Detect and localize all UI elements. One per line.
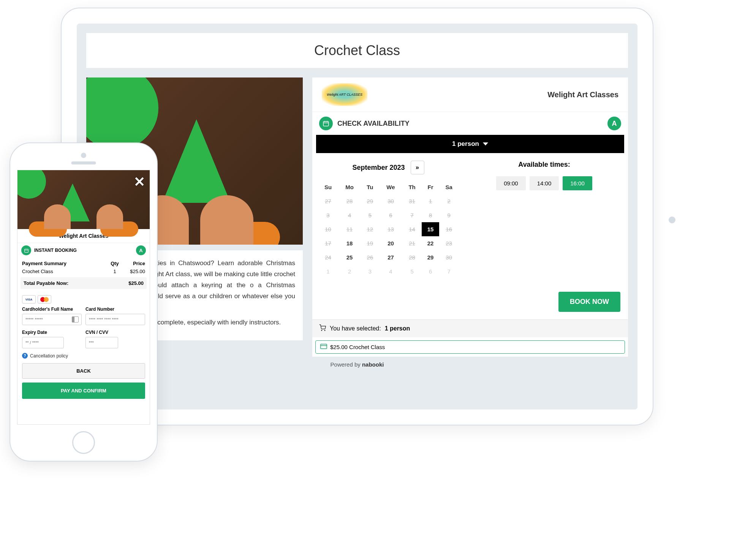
chevron-down-icon [483,142,488,145]
calendar-weekday: Tu [361,180,379,194]
svg-rect-0 [323,122,329,126]
cvv-label: CVN / CVV [85,330,145,335]
svg-rect-6 [321,344,327,349]
calendar-day: 12 [361,222,379,236]
close-icon[interactable]: ✕ [134,174,145,190]
calendar-weekday: Fr [422,180,439,194]
calendar-day: 28 [338,194,361,208]
svg-point-4 [321,330,322,331]
vendor-name: Welight Art Classes [547,90,618,99]
calendar-day[interactable]: 15 [422,222,439,236]
calendar-day: 2 [338,264,361,278]
time-slot[interactable]: 14:00 [530,176,559,190]
calendar-day: 10 [318,222,338,236]
calendar-day: 6 [379,208,403,222]
calendar-day[interactable]: 18 [338,236,361,250]
calendar-day: 1 [422,194,439,208]
card-number-label: Card Number [85,307,145,312]
total-row: Total Payable Now: $25.00 [21,277,147,289]
tablet-home-button[interactable] [669,217,675,223]
vendor-logo: Welight ART CLASSES [322,83,367,106]
phone-home-button[interactable] [72,431,95,454]
cardholder-name-label: Cardholder's Full Name [22,307,82,312]
time-slot[interactable]: 09:00 [496,176,526,190]
calendar-day: 3 [361,264,379,278]
phone-hero-image: ✕ [17,170,150,229]
phone-camera [81,153,86,158]
card-number-input[interactable] [85,314,145,325]
calendar-day: 27 [318,194,338,208]
calendar-day: 14 [402,222,422,236]
info-icon: ? [22,353,28,359]
cart-icon [319,324,326,333]
calendar-day: 16 [439,222,459,236]
calendar-day: 3 [318,208,338,222]
calendar-day: 17 [318,236,338,250]
calendar-day[interactable]: 20 [379,236,403,250]
price-header: Price [122,261,145,266]
calendar-next-button[interactable]: » [411,161,424,174]
calendar-weekday: We [379,180,403,194]
selection-summary: You have selected: 1 person [312,319,628,337]
available-times-title: Available times: [466,161,622,169]
calendar-day: 30 [439,250,459,264]
line-item: Crochet Class 1 $25.00 [22,269,145,274]
book-now-button[interactable]: BOOK NOW [558,292,620,312]
qty-header: Qty [107,261,122,266]
phone-speaker [71,161,96,164]
svg-rect-8 [24,249,28,252]
calendar-day: 26 [361,250,379,264]
cancellation-policy-link[interactable]: ? Cancellation policy [17,348,150,363]
calendar-day: 31 [402,194,422,208]
calendar-day: 7 [439,264,459,278]
calendar-day[interactable]: 27 [379,250,403,264]
calendar-weekday: Th [402,180,422,194]
time-slot[interactable]: 16:00 [563,176,592,190]
phone-device: ✕ Welight Art Classes INSTANT BOOKING A … [9,142,158,462]
calendar-day: 30 [379,194,403,208]
visa-icon: VISA [22,295,36,304]
calendar-day: 1 [318,264,338,278]
badge-a[interactable]: A [607,117,621,130]
calendar-day: 2 [439,194,459,208]
calendar-day: 5 [402,264,422,278]
payment-summary-label: Payment Summary [22,261,107,266]
calendar: September 2023 » SuMoTuWeThFrSa 27282930… [318,161,459,278]
tablet-screen: Crochet Class xing Christmas activities … [77,24,637,409]
calendar-month-label: September 2023 [352,164,405,172]
calendar-weekday: Mo [338,180,361,194]
calendar-day: 7 [402,208,422,222]
calendar-day[interactable]: 29 [422,250,439,264]
badge-a[interactable]: A [136,245,146,255]
calendar-day: 8 [422,208,439,222]
calendar-weekday: Sa [439,180,459,194]
page-title: Crochet Class [86,33,628,68]
calendar-day[interactable]: 25 [338,250,361,264]
expiry-label: Expiry Date [22,330,82,335]
pay-confirm-button[interactable]: PAY AND CONFIRM [22,383,145,399]
phone-screen: ✕ Welight Art Classes INSTANT BOOKING A … [17,170,150,425]
expiry-input[interactable] [22,337,64,348]
calendar-day: 6 [422,264,439,278]
calendar-day: 5 [361,208,379,222]
availability-title: CHECK AVAILABILITY [337,120,410,128]
powered-by: Powered by nabooki [86,357,628,372]
calendar-icon [21,245,31,255]
calendar-day[interactable]: 22 [422,236,439,250]
svg-point-5 [324,330,325,331]
calendar-day: 29 [361,194,379,208]
calendar-day: 11 [338,222,361,236]
calendar-day: 24 [318,250,338,264]
cvv-input[interactable] [85,337,118,348]
instant-booking-title: INSTANT BOOKING [34,248,77,253]
price-summary: $25.00 Crochet Class [315,340,625,354]
mastercard-icon [38,295,51,304]
person-selector[interactable]: 1 person [316,135,624,153]
calendar-icon [319,117,333,130]
calendar-weekday: Su [318,180,338,194]
calendar-day: 4 [338,208,361,222]
calendar-day: 9 [439,208,459,222]
back-button[interactable]: BACK [22,363,145,379]
contact-card-icon [72,316,79,323]
calendar-day: 13 [379,222,403,236]
